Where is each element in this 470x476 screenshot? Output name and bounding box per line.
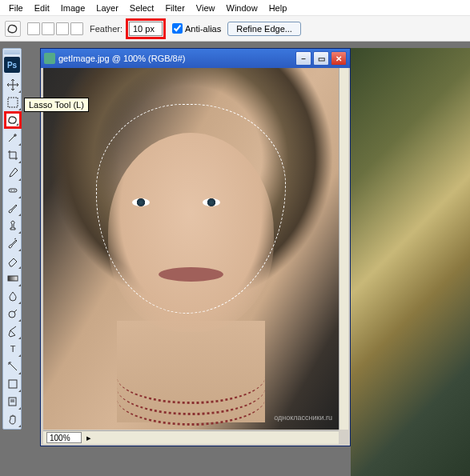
move-tool[interactable] bbox=[4, 76, 22, 94]
svg-rect-4 bbox=[8, 276, 18, 281]
svg-rect-1 bbox=[9, 189, 17, 192]
gradient-tool[interactable] bbox=[4, 270, 22, 287]
menu-view[interactable]: View bbox=[191, 2, 221, 14]
menu-image[interactable]: Image bbox=[55, 2, 91, 14]
lasso-tooltip: Lasso Tool (L) bbox=[24, 98, 89, 112]
menu-select[interactable]: Select bbox=[124, 2, 160, 14]
selection-mode-group bbox=[27, 22, 83, 35]
refine-edge-button[interactable]: Refine Edge... bbox=[227, 22, 301, 36]
doc-maximize-button[interactable]: ▭ bbox=[313, 51, 329, 66]
eyedropper-tool[interactable] bbox=[4, 164, 22, 182]
menu-layer[interactable]: Layer bbox=[90, 2, 124, 14]
clone-stamp-tool[interactable] bbox=[4, 217, 22, 234]
menu-edit[interactable]: Edit bbox=[29, 2, 55, 14]
photoshop-logo-icon: Ps bbox=[4, 57, 20, 73]
healing-brush-tool[interactable] bbox=[4, 182, 22, 199]
selection-new[interactable] bbox=[27, 22, 40, 35]
pen-tool[interactable] bbox=[4, 322, 22, 340]
antialias-check-input[interactable] bbox=[172, 23, 183, 34]
marquee-tool[interactable] bbox=[4, 94, 22, 111]
document-canvas[interactable]: одноклассники.ru bbox=[43, 68, 339, 430]
toolbox-grip[interactable] bbox=[4, 50, 20, 54]
selection-intersect[interactable] bbox=[70, 22, 83, 35]
selection-add[interactable] bbox=[42, 22, 54, 35]
active-tool-icon[interactable] bbox=[5, 21, 21, 37]
doc-minimize-button[interactable]: – bbox=[295, 51, 311, 66]
menu-filter[interactable]: Filter bbox=[159, 2, 190, 14]
type-tool[interactable]: T bbox=[4, 340, 22, 358]
image-watermark: одноклассники.ru bbox=[274, 414, 332, 422]
svg-point-5 bbox=[9, 311, 15, 318]
doc-close-button[interactable]: ✕ bbox=[331, 51, 347, 66]
path-select-tool[interactable] bbox=[4, 358, 22, 375]
selection-subtract[interactable] bbox=[56, 22, 69, 35]
options-bar: Feather: Anti-alias Refine Edge... bbox=[0, 16, 470, 42]
svg-point-2 bbox=[10, 190, 11, 190]
antialias-checkbox[interactable]: Anti-alias bbox=[172, 23, 221, 34]
statusbar-chevron-icon[interactable]: ▸ bbox=[86, 433, 91, 443]
menu-file[interactable]: File bbox=[3, 2, 29, 14]
eraser-tool[interactable] bbox=[4, 252, 22, 270]
shape-tool[interactable] bbox=[4, 375, 22, 393]
svg-point-3 bbox=[14, 190, 14, 190]
vertical-scrollbar[interactable] bbox=[339, 68, 348, 430]
svg-rect-0 bbox=[8, 98, 18, 107]
hand-tool[interactable] bbox=[4, 410, 22, 428]
background-document-canvas[interactable] bbox=[351, 48, 470, 476]
document-statusbar: ▸ bbox=[43, 430, 339, 444]
svg-text:T: T bbox=[10, 344, 16, 354]
magic-wand-tool[interactable] bbox=[4, 129, 22, 146]
notes-tool[interactable] bbox=[4, 393, 22, 410]
menu-bar: FileEditImageLayerSelectFilterViewWindow… bbox=[0, 0, 470, 16]
svg-rect-7 bbox=[9, 380, 17, 388]
document-titlebar[interactable]: getImage.jpg @ 100% (RGB/8#) – ▭ ✕ bbox=[41, 49, 350, 68]
menu-window[interactable]: Window bbox=[221, 2, 263, 14]
blur-tool[interactable] bbox=[4, 287, 22, 305]
dodge-tool[interactable] bbox=[4, 305, 22, 322]
work-area: – ▭ Ps T Lasso Tool (L) getImage.jpg @ 1… bbox=[0, 42, 470, 476]
crop-tool[interactable] bbox=[4, 146, 22, 164]
document-title: getImage.jpg @ 100% (RGB/8#) bbox=[58, 54, 186, 63]
history-brush-tool[interactable] bbox=[4, 234, 22, 252]
document-icon bbox=[44, 53, 55, 64]
antialias-label: Anti-alias bbox=[185, 24, 221, 34]
toolbox-panel: Ps T bbox=[2, 48, 22, 430]
menu-help[interactable]: Help bbox=[263, 2, 293, 14]
brush-tool[interactable] bbox=[4, 199, 22, 217]
feather-input[interactable] bbox=[129, 22, 163, 36]
feather-label: Feather: bbox=[90, 24, 123, 34]
lasso-tool[interactable] bbox=[4, 111, 22, 129]
zoom-input[interactable] bbox=[46, 432, 82, 443]
